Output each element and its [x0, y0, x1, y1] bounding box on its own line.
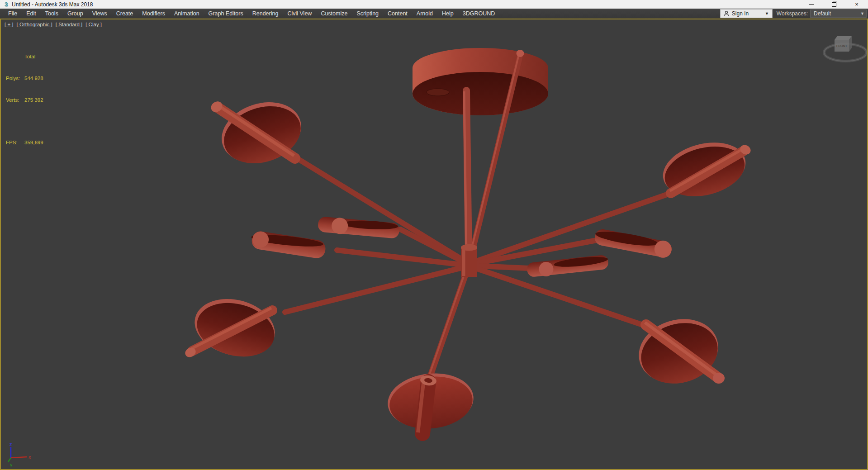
workspaces-label: Workspaces:	[777, 10, 808, 17]
model-sputnik-chandelier	[184, 48, 753, 433]
menu-edit[interactable]: Edit	[22, 9, 41, 19]
viewport: FRONT z x y [ + ] [ Orthographic ] [ Sta…	[0, 19, 868, 470]
stats-verts-value: 275 392	[24, 97, 43, 103]
stats-polys-value: 544 928	[24, 76, 43, 81]
axis-gizmo: z x y	[8, 442, 31, 467]
window-title: Untitled - Autodesk 3ds Max 2018	[12, 1, 93, 8]
minimize-icon	[809, 4, 814, 5]
chevron-down-icon: ▼	[860, 11, 864, 16]
model-shade-right	[593, 227, 673, 259]
close-icon: ×	[855, 1, 859, 7]
minimize-button[interactable]	[800, 0, 823, 9]
menu-3dground[interactable]: 3DGROUND	[458, 9, 500, 19]
stats-header: Total	[6, 53, 43, 60]
menu-modifiers[interactable]: Modifiers	[138, 9, 170, 19]
menu-animation[interactable]: Animation	[170, 9, 204, 19]
title-bar: 3 Untitled - Autodesk 3ds Max 2018 ×	[0, 0, 868, 9]
menu-help[interactable]: Help	[437, 9, 458, 19]
model-lamp-lower-left	[184, 291, 281, 364]
stats-fps-value: 359,699	[24, 140, 43, 145]
stats-verts-row: Verts:275 392	[6, 96, 43, 104]
model-lamp-lower-right	[631, 310, 726, 392]
model-stem	[464, 90, 469, 256]
user-icon	[724, 11, 729, 17]
menu-content[interactable]: Content	[383, 9, 412, 19]
menu-create[interactable]: Create	[112, 9, 138, 19]
model-lamp-upper-left	[209, 92, 309, 173]
menu-arnold[interactable]: Arnold	[412, 9, 437, 19]
viewport-menu-expand[interactable]: [ + ]	[5, 22, 14, 27]
viewport-canvas[interactable]: FRONT z x y	[1, 19, 867, 469]
viewport-menu-view[interactable]: [ Orthographic ]	[17, 22, 52, 27]
stats-polys-row: Polys:544 928	[6, 75, 43, 82]
model-lamp-bottom	[385, 369, 476, 433]
model-canopy	[413, 48, 548, 115]
restore-button[interactable]	[823, 0, 845, 9]
model-shade-bottom-center	[526, 255, 609, 279]
menu-rendering[interactable]: Rendering	[248, 9, 283, 19]
statistics-overlay: Total Polys:544 928 Verts:275 392 FPS:35…	[6, 38, 43, 161]
model-hub	[461, 244, 477, 277]
workspace-selected-value: Default	[814, 10, 831, 17]
model-shade-left	[249, 229, 327, 259]
menu-scripting[interactable]: Scripting	[352, 9, 383, 19]
menu-views[interactable]: Views	[88, 9, 112, 19]
stats-fps-row: FPS:359,699	[6, 139, 43, 146]
close-button[interactable]: ×	[845, 0, 868, 9]
axis-x-label: x	[28, 454, 31, 460]
restore-icon	[832, 2, 836, 7]
axis-y-label: y	[10, 462, 13, 467]
model-shade-mid-left	[318, 215, 400, 239]
menu-tools[interactable]: Tools	[41, 9, 63, 19]
viewport-menu-shading[interactable]: [ Clay ]	[85, 22, 102, 27]
workspaces-dropdown[interactable]: Default ▼	[810, 9, 867, 18]
menu-bar: File Edit Tools Group Views Create Modif…	[0, 9, 868, 19]
axis-z-label: z	[9, 442, 12, 447]
menu-civil-view[interactable]: Civil View	[283, 9, 316, 19]
menu-file[interactable]: File	[4, 9, 22, 19]
viewport-menu-standard[interactable]: [ Standard ]	[56, 22, 82, 27]
menu-customize[interactable]: Customize	[316, 9, 352, 19]
model-lamp-upper-right	[657, 134, 752, 204]
sign-in-label: Sign In	[732, 10, 749, 17]
menu-group[interactable]: Group	[63, 9, 88, 19]
viewcube-front-face: FRONT	[836, 44, 848, 47]
viewport-label: [ + ] [ Orthographic ] [ Standard ] [ Cl…	[5, 22, 102, 27]
chevron-down-icon: ▼	[765, 11, 769, 16]
sign-in-button[interactable]: Sign In ▼	[720, 9, 773, 18]
menu-graph-editors[interactable]: Graph Editors	[204, 9, 248, 19]
viewcube[interactable]: FRONT	[824, 36, 867, 61]
app-icon: 3	[3, 1, 9, 7]
